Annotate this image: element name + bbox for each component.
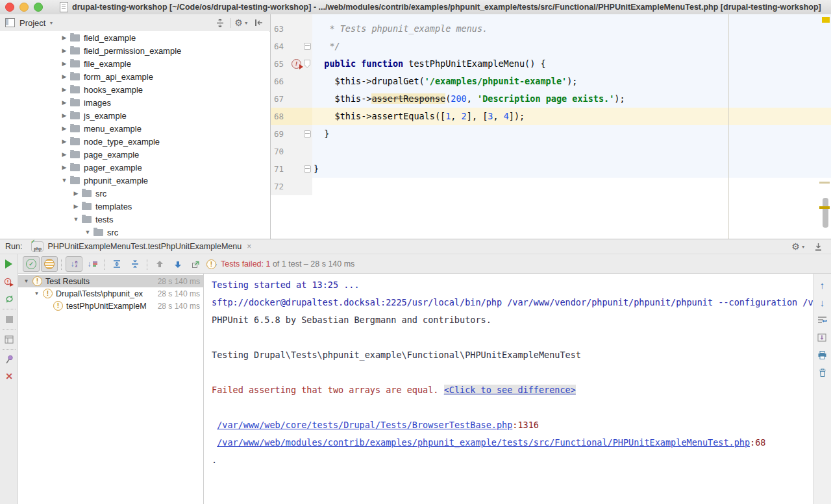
- tree-item-menu_example[interactable]: ▶menu_example: [0, 122, 269, 135]
- tree-item-hooks_example[interactable]: ▶hooks_example: [0, 83, 269, 96]
- sort-by-duration-icon[interactable]: ↓: [84, 256, 101, 272]
- zoom-window-button[interactable]: [34, 3, 43, 12]
- line-number[interactable]: 64: [271, 38, 291, 55]
- tree-item-templates[interactable]: ▶templates: [0, 200, 269, 213]
- tree-item-tests[interactable]: ▼tests: [0, 213, 269, 226]
- scroll-to-end-icon[interactable]: [815, 331, 830, 343]
- chevron-right-icon[interactable]: ▶: [60, 34, 69, 41]
- chevron-right-icon[interactable]: ▶: [60, 99, 69, 106]
- code-text[interactable]: $this->assertEquals([1, 2], [3, 4]);: [312, 108, 831, 125]
- tree-item-pager_example[interactable]: ▶pager_example: [0, 161, 269, 174]
- chevron-right-icon[interactable]: ▶: [60, 73, 69, 80]
- expand-all-icon[interactable]: [108, 256, 125, 272]
- code-text[interactable]: }: [312, 160, 831, 178]
- line-number[interactable]: 72: [271, 178, 291, 195]
- show-passed-icon[interactable]: ✓: [23, 256, 40, 272]
- code-line-67[interactable]: 67 $this->assertResponse(200, 'Descripti…: [271, 90, 831, 108]
- code-text[interactable]: [312, 178, 831, 195]
- print-icon[interactable]: [815, 349, 830, 361]
- code-line-70[interactable]: 70: [271, 143, 831, 160]
- code-line-65[interactable]: 65! public function testPhpUnitExampleMe…: [271, 55, 831, 73]
- restore-layout-icon[interactable]: [0, 331, 18, 348]
- line-number[interactable]: 65: [271, 55, 291, 73]
- code-text[interactable]: [312, 143, 831, 160]
- chevron-right-icon[interactable]: ▶: [60, 151, 69, 158]
- chevron-down-icon[interactable]: ▼: [22, 278, 31, 284]
- test-tree-row[interactable]: !testPhpUnitExampleM28 s 140 ms: [18, 300, 203, 312]
- chevron-right-icon[interactable]: ▶: [71, 190, 81, 197]
- console-link[interactable]: /var/www/web/core/tests/Drupal/Tests/Bro…: [217, 420, 512, 430]
- line-number[interactable]: 63: [271, 20, 291, 38]
- line-number[interactable]: 70: [271, 143, 291, 160]
- test-console-output[interactable]: Testing started at 13:25 ...sftp://docke…: [204, 274, 813, 504]
- code-text[interactable]: * Tests phpunit_example menus.: [312, 20, 831, 38]
- console-link[interactable]: /var/www/web/modules/contrib/examples/ph…: [217, 437, 750, 448]
- tree-item-form_api_example[interactable]: ▶form_api_example: [0, 70, 269, 83]
- chevron-down-icon[interactable]: ▼: [32, 291, 41, 296]
- rerun-failed-test-gutter-icon[interactable]: !: [291, 59, 303, 69]
- chevron-down-icon[interactable]: ▼: [60, 177, 69, 184]
- tree-item-images[interactable]: ▶images: [0, 96, 269, 109]
- line-number[interactable]: 68: [271, 108, 291, 125]
- code-text[interactable]: $this->assertResponse(200, 'Description …: [312, 90, 831, 108]
- up-stack-trace-icon[interactable]: ↑: [815, 279, 830, 291]
- code-line-64[interactable]: 64 */: [271, 38, 831, 55]
- minimize-window-button[interactable]: [19, 3, 29, 12]
- chevron-right-icon[interactable]: ▶: [60, 138, 69, 145]
- import-test-results-icon[interactable]: [188, 256, 205, 272]
- chevron-right-icon[interactable]: ▶: [60, 125, 69, 132]
- code-line-69[interactable]: 69 }: [271, 125, 831, 143]
- rerun-failed-tests-icon[interactable]: !: [0, 274, 18, 291]
- rerun-refresh-icon[interactable]: [0, 291, 18, 307]
- stop-icon[interactable]: [0, 311, 18, 328]
- sort-alphabetically-icon[interactable]: ↓az: [66, 256, 82, 272]
- line-number[interactable]: 71: [271, 160, 291, 178]
- tree-item-src[interactable]: ▶src: [0, 187, 269, 200]
- chevron-right-icon[interactable]: ▶: [60, 164, 69, 171]
- show-ignored-icon[interactable]: [41, 256, 58, 272]
- error-stripe-mark[interactable]: [822, 17, 830, 23]
- soft-wraps-icon[interactable]: [815, 314, 830, 326]
- console-link[interactable]: <Click to see difference>: [444, 385, 576, 395]
- close-window-button[interactable]: [5, 3, 14, 12]
- tree-item-node_type_example[interactable]: ▶node_type_example: [0, 135, 269, 148]
- line-number[interactable]: 69: [271, 125, 291, 143]
- chevron-right-icon[interactable]: ▶: [60, 86, 69, 93]
- tree-item-field_permission_example[interactable]: ▶field_permission_example: [0, 44, 269, 57]
- line-number[interactable]: 66: [271, 73, 291, 90]
- code-line-68[interactable]: 68 $this->assertEquals([1, 2], [3, 4]);: [271, 108, 831, 125]
- hide-panel-down-icon[interactable]: [812, 240, 825, 253]
- tree-item-phpunit_example[interactable]: ▼phpunit_example: [0, 174, 269, 187]
- code-text[interactable]: $this->drupalGet('/examples/phpunit-exam…: [312, 73, 831, 90]
- code-line-66[interactable]: 66 $this->drupalGet('/examples/phpunit-e…: [271, 73, 831, 90]
- down-stack-trace-icon[interactable]: ↓: [815, 296, 830, 308]
- pin-icon[interactable]: [0, 351, 18, 368]
- run-tab[interactable]: ✓php PHPUnitExampleMenuTest.testPhpUnitE…: [31, 241, 251, 252]
- fold-marker-icon[interactable]: [302, 130, 312, 138]
- test-tree-row[interactable]: ▼!Drupal\Tests\phpunit_ex28 s 140 ms: [18, 287, 203, 300]
- clear-all-icon[interactable]: [815, 366, 830, 378]
- test-tree-row[interactable]: ▼!Test Results28 s 140 ms: [18, 275, 203, 287]
- editor-scrollbar[interactable]: [823, 198, 828, 228]
- code-editor[interactable]: 63 * Tests phpunit_example menus.64 */65…: [271, 14, 831, 239]
- hide-panel-icon[interactable]: [252, 16, 265, 29]
- line-number[interactable]: 67: [271, 90, 291, 108]
- chevron-right-icon[interactable]: ▶: [60, 112, 69, 119]
- close-tab-icon[interactable]: ×: [247, 242, 251, 251]
- next-occurrence-icon[interactable]: [169, 256, 186, 272]
- collapse-all-icon[interactable]: [127, 256, 143, 272]
- previous-occurrence-icon[interactable]: [151, 256, 168, 272]
- code-line-71[interactable]: 71}: [271, 160, 831, 178]
- gear-icon[interactable]: ⚙▼: [235, 16, 248, 29]
- gear-icon[interactable]: ⚙▼: [792, 240, 805, 253]
- chevron-down-icon[interactable]: ▼: [49, 21, 53, 25]
- code-line-72[interactable]: 72: [271, 178, 831, 195]
- project-collapse-icon[interactable]: [214, 16, 227, 29]
- chevron-right-icon[interactable]: ▶: [60, 60, 69, 67]
- fold-marker-icon[interactable]: [302, 165, 312, 173]
- rerun-icon-play[interactable]: [0, 256, 18, 272]
- tree-item-page_example[interactable]: ▶page_example: [0, 148, 269, 161]
- tree-item-src[interactable]: ▼src: [0, 226, 269, 239]
- tree-item-js_example[interactable]: ▶js_example: [0, 109, 269, 122]
- fold-marker-icon[interactable]: [302, 60, 312, 68]
